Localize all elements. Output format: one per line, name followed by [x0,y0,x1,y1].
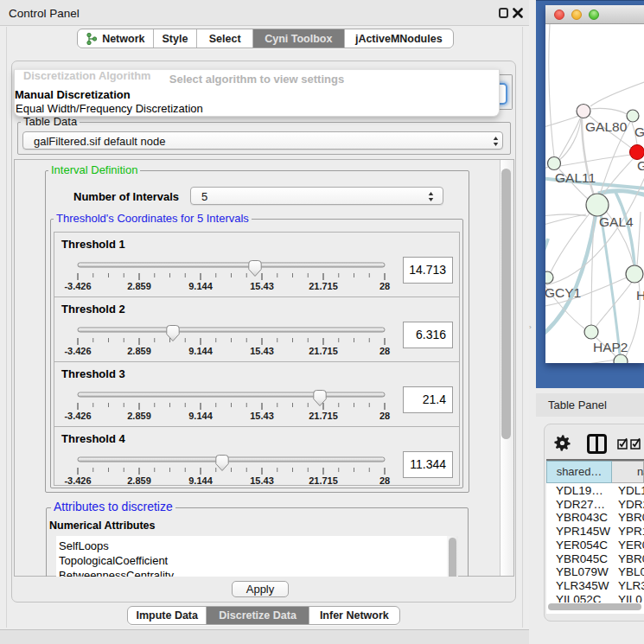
svg-text:2.859: 2.859 [127,411,151,421]
svg-text:GAL80: GAL80 [585,119,628,134]
svg-text:9.144: 9.144 [188,346,213,356]
svg-text:15.43: 15.43 [250,411,274,421]
svg-text:28: 28 [379,346,390,356]
svg-text:2.859: 2.859 [127,475,151,486]
svg-text:GCY1: GCY1 [545,285,581,300]
svg-text:GA: GA [634,124,644,139]
svg-text:-3.426: -3.426 [64,346,91,356]
svg-text:G: G [637,158,644,173]
svg-text:15.43: 15.43 [250,475,274,486]
svg-text:-3.426: -3.426 [64,411,91,421]
svg-text:21.715: 21.715 [309,475,338,486]
svg-text:21.715: 21.715 [309,281,338,291]
svg-text:-3.426: -3.426 [64,281,91,291]
svg-text:21.715: 21.715 [309,346,338,356]
svg-text:GAL4: GAL4 [599,214,634,229]
svg-text:H: H [636,288,644,303]
svg-text:28: 28 [379,411,390,421]
svg-text:15.43: 15.43 [250,281,274,291]
svg-text:HAP2: HAP2 [593,340,628,354]
svg-text:2.859: 2.859 [127,281,151,291]
svg-text:28: 28 [379,475,390,486]
svg-text:9.144: 9.144 [188,281,213,291]
svg-text:GAL11: GAL11 [555,170,596,185]
svg-text:21.715: 21.715 [309,411,338,421]
svg-text:-3.426: -3.426 [64,475,91,486]
svg-text:2.859: 2.859 [127,346,151,356]
svg-text:28: 28 [379,281,390,291]
svg-text:9.144: 9.144 [188,411,213,421]
svg-text:9.144: 9.144 [188,475,213,486]
svg-text:15.43: 15.43 [250,346,274,356]
